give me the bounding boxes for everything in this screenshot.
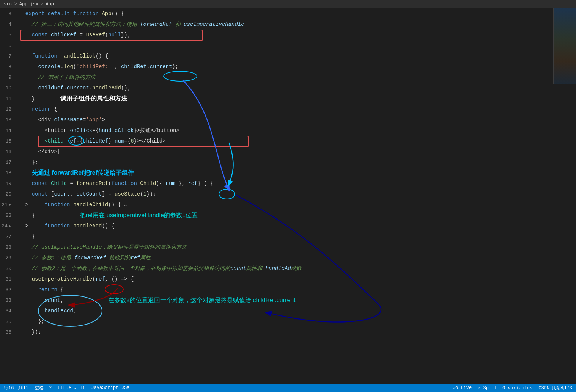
line-18: 18 先通过 forwardRef把ref传递给子组件 [0, 168, 576, 178]
line-number-14: 14 [0, 128, 16, 133]
line-8: 8 console.log('childRef: ', childRef.cur… [0, 61, 576, 72]
line-number-7: 7 [0, 53, 16, 59]
status-position: 行16，列11 [4, 385, 28, 391]
line-content-18: 先通过 forwardRef把ref传递给子组件 [16, 168, 576, 179]
line-36: 36 }); [0, 327, 576, 337]
line-7: 7 function handleClick() { [0, 51, 576, 61]
status-right: Go Live ⚠ Spell: 0 variables CSDN @清风173 [453, 385, 572, 391]
status-spaces: 空格: 2 [35, 385, 52, 391]
line-16: 16 </div>| [0, 146, 576, 157]
line-4: 4 // 第三：访问其他组件的属性和方法：使用 forwardRef 和 use… [0, 19, 576, 30]
line-number-20: 20 [0, 191, 16, 197]
line-content-34: handleAdd, [16, 306, 576, 316]
line-34: 34 handleAdd, [0, 306, 576, 316]
line-number-19: 19 [0, 181, 16, 187]
line-14: 14 <button onClick={handleClick}>按钮</but… [0, 125, 576, 136]
line-number-12: 12 [0, 107, 16, 112]
line-19: 19 const Child = forwardRef(function Chi… [0, 178, 576, 189]
line-content-4: // 第三：访问其他组件的属性和方法：使用 forwardRef 和 useIm… [16, 19, 576, 30]
line-number-27: 27 [0, 234, 16, 240]
line-number-36: 36 [0, 329, 16, 335]
line-content-13: <div className='App'> [16, 114, 576, 125]
line-content-12: return { [16, 104, 576, 114]
line-20: 20 const [count, setCount] = useState(1}… [0, 189, 576, 199]
line-content-5: const childRef = useRef(null}); [16, 30, 576, 40]
line-content-17: }; [16, 157, 576, 168]
line-35: 35 }; [0, 316, 576, 327]
line-content-9: // 调用了子组件的方法 [16, 72, 576, 83]
line-number-16: 16 [0, 149, 16, 155]
line-content-10: childRef.current.handleAdd(); [16, 83, 576, 93]
line-21: 21 ▶ > function handleChild() { … [0, 199, 576, 210]
line-content-31: useImperativeHandle(ref, () => { [16, 274, 576, 284]
line-11: 11 } 调用子组件的属性和方法 [0, 93, 576, 104]
breadcrumb-file: App.jsx [19, 2, 38, 7]
line-number-17: 17 [0, 160, 16, 165]
line-number-21: 21 ▶ [0, 202, 16, 208]
lines-container: 3 export default function App() {4 // 第三… [0, 8, 576, 337]
line-5: 5 const childRef = useRef(null}); [0, 30, 576, 40]
line-content-8: console.log('childRef: ', childRef.curre… [16, 61, 576, 72]
line-32: 32 return { [0, 284, 576, 295]
line-33: 33 count, 在参数2的位置返回一个对象，这个对象最终是赋值给 child… [0, 295, 576, 306]
line-27: 27 } [0, 231, 576, 242]
line-content-16: </div>| [16, 146, 576, 157]
minimap[interactable] [553, 8, 576, 84]
line-number-24: 24 ▶ [0, 223, 16, 229]
line-content-32: return { [16, 284, 576, 295]
line-number-18: 18 [0, 170, 16, 176]
line-number-10: 10 [0, 85, 16, 91]
line-content-19: const Child = forwardRef(function Child(… [16, 178, 576, 189]
line-number-31: 31 [0, 276, 16, 282]
line-content-30: // 参数2：是一个函数，在函数中返回一个对象，在对象中添加需要放父组件访问的c… [16, 263, 576, 274]
line-number-6: 6 [0, 43, 16, 49]
line-number-13: 13 [0, 117, 16, 123]
line-content-14: <button onClick={handleClick}>按钮</button… [16, 125, 576, 136]
line-number-9: 9 [0, 75, 16, 80]
line-number-32: 32 [0, 287, 16, 293]
line-number-30: 30 [0, 266, 16, 271]
line-number-35: 35 [0, 319, 16, 325]
line-6: 6 [0, 40, 576, 51]
line-23: 23 } 把ref用在 useImperativeHandle的参数1位置 [0, 210, 576, 221]
line-content-28: // useImperativeHandle，给父组件暴露子组件的属性和方法 [16, 242, 576, 252]
breadcrumb-sep2: > [41, 2, 43, 7]
line-content-29: // 参数1：使用 forwardRef 接收到的ref属性 [16, 252, 576, 263]
line-number-15: 15 [0, 138, 16, 144]
line-content-15: <Child ref={childRef} num={6}></Child> [16, 136, 576, 146]
line-29: 29 // 参数1：使用 forwardRef 接收到的ref属性 [0, 252, 576, 263]
line-number-28: 28 [0, 245, 16, 250]
line-10: 10 childRef.current.handleAdd(); [0, 83, 576, 93]
line-30: 30 // 参数2：是一个函数，在函数中返回一个对象，在对象中添加需要放父组件访… [0, 263, 576, 274]
line-number-23: 23 [0, 213, 16, 218]
line-number-8: 8 [0, 64, 16, 70]
line-number-5: 5 [0, 32, 16, 38]
status-csdn: CSDN @清风173 [538, 385, 572, 391]
line-content-36: }); [16, 327, 576, 337]
status-left: 行16，列11 空格: 2 UTF-8 ✓ lf JavaScript JSX [4, 385, 129, 391]
status-bar: 行16，列11 空格: 2 UTF-8 ✓ lf JavaScript JSX … [0, 384, 576, 392]
status-encoding: UTF-8 ✓ lf [58, 385, 85, 391]
line-number-4: 4 [0, 22, 16, 27]
line-number-34: 34 [0, 308, 16, 314]
line-content-24: > function handleAdd() { … [16, 221, 576, 231]
line-number-33: 33 [0, 298, 16, 303]
line-content-33: count, 在参数2的位置返回一个对象，这个对象最终是赋值给 childRef… [16, 295, 576, 306]
line-3: 3 export default function App() { [0, 8, 576, 19]
breadcrumb-sep1: > [14, 2, 17, 7]
line-content-20: const [count, setCount] = useState(1}); [16, 189, 576, 199]
line-13: 13 <div className='App'> [0, 114, 576, 125]
line-number-11: 11 [0, 96, 16, 102]
status-golive[interactable]: Go Live [453, 385, 472, 390]
top-bar: src > App.jsx > App [0, 0, 576, 8]
line-number-29: 29 [0, 255, 16, 261]
breadcrumb-symbol: App [46, 2, 54, 7]
status-spell: ⚠ Spell: 0 variables [478, 385, 532, 391]
line-9: 9 // 调用了子组件的方法 [0, 72, 576, 83]
line-content-35: }; [16, 316, 576, 327]
line-content-21: > function handleChild() { … [16, 199, 576, 210]
line-17: 17 }; [0, 157, 576, 168]
line-15: 15 <Child ref={childRef} num={6}></Child… [0, 136, 576, 146]
line-content-23: } 把ref用在 useImperativeHandle的参数1位置 [16, 210, 576, 221]
line-content-27: } [16, 231, 576, 242]
